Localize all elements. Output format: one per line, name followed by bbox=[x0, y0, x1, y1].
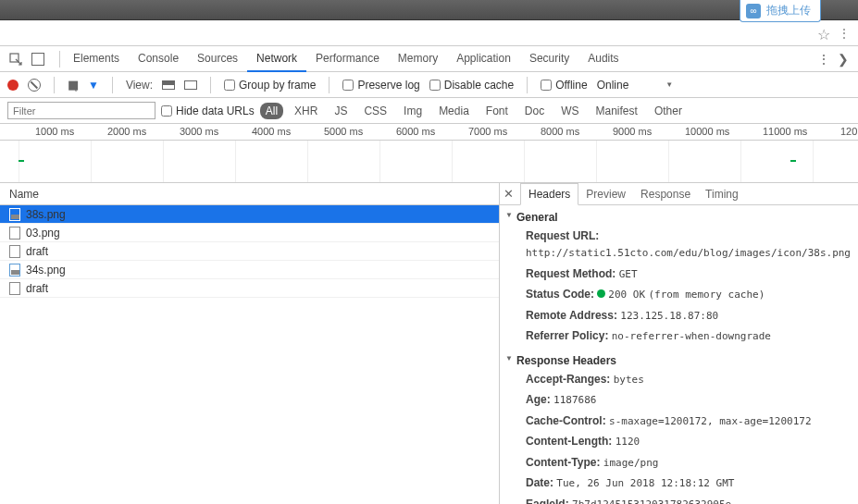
capture-screenshots-icon[interactable]: ■ͅ bbox=[68, 78, 79, 92]
request-list: Name 38s.png 03.png draft 34s.png draft bbox=[0, 183, 500, 504]
file-icon bbox=[9, 282, 20, 295]
request-method: Request Method: GET bbox=[500, 264, 858, 285]
group-by-frame-checkbox[interactable]: Group by frame bbox=[224, 79, 316, 92]
detail-tab-headers[interactable]: Headers bbox=[520, 183, 578, 205]
request-url: Request URL: http://static1.51cto.com/ed… bbox=[500, 226, 858, 264]
filter-input[interactable] bbox=[7, 102, 155, 119]
upload-badge[interactable]: ∞ 拖拽上传 bbox=[740, 0, 821, 22]
tick: 3000 ms bbox=[180, 126, 218, 137]
detail-tab-timing[interactable]: Timing bbox=[698, 184, 746, 204]
separator bbox=[54, 77, 55, 93]
response-header-item: Content-Type: image/png bbox=[500, 452, 858, 473]
preserve-log-checkbox[interactable]: Preserve log bbox=[342, 79, 419, 92]
upload-badge-text: 拖拽上传 bbox=[766, 3, 811, 18]
tick: 10000 ms bbox=[685, 126, 729, 137]
overview-icon[interactable] bbox=[184, 80, 197, 90]
response-header-item: EagleId: 7b7d124515312031782632905e bbox=[500, 494, 858, 505]
referrer-policy: Referrer Policy: no-referrer-when-downgr… bbox=[500, 326, 858, 347]
filter-css[interactable]: CSS bbox=[358, 103, 392, 119]
hide-data-urls-checkbox[interactable]: Hide data URLs bbox=[161, 104, 255, 117]
request-row[interactable]: 03.png bbox=[0, 224, 499, 242]
clear-button[interactable] bbox=[28, 79, 41, 92]
request-row[interactable]: 38s.png bbox=[0, 205, 499, 224]
tab-elements[interactable]: Elements bbox=[64, 46, 129, 72]
general-section[interactable]: General bbox=[500, 209, 858, 226]
inspect-icon[interactable] bbox=[7, 51, 24, 68]
name-column-header[interactable]: Name bbox=[0, 183, 499, 205]
record-button[interactable] bbox=[7, 80, 19, 91]
bookmark-star-icon[interactable]: ☆ bbox=[817, 26, 830, 43]
filter-media[interactable]: Media bbox=[433, 103, 475, 119]
tab-memory[interactable]: Memory bbox=[389, 46, 447, 72]
separator bbox=[112, 77, 113, 93]
filter-img[interactable]: Img bbox=[398, 103, 428, 119]
timeline-ruler[interactable]: 1000 ms 2000 ms 3000 ms 4000 ms 5000 ms … bbox=[0, 124, 858, 141]
request-row[interactable]: 34s.png bbox=[0, 261, 499, 279]
kebab-menu-icon[interactable]: ⋮ bbox=[817, 52, 830, 67]
file-icon bbox=[9, 264, 20, 277]
request-row[interactable]: draft bbox=[0, 242, 499, 261]
devtools-tabs: Elements Console Sources Network Perform… bbox=[0, 46, 858, 72]
response-header-item: Age: 1187686 bbox=[500, 389, 858, 411]
tab-network[interactable]: Network bbox=[247, 46, 306, 72]
tick: 2000 ms bbox=[107, 126, 146, 137]
file-icon bbox=[9, 208, 20, 221]
tick: 8000 ms bbox=[541, 126, 579, 137]
tab-audits[interactable]: Audits bbox=[578, 46, 628, 72]
filter-ws[interactable]: WS bbox=[555, 103, 584, 119]
close-icon[interactable]: ✕ bbox=[504, 187, 514, 201]
tick: 4000 ms bbox=[252, 126, 291, 137]
request-row[interactable]: draft bbox=[0, 279, 499, 298]
response-header-item: Content-Length: 1120 bbox=[500, 431, 858, 452]
large-rows-icon[interactable] bbox=[162, 80, 175, 90]
filter-icon[interactable]: ▼ bbox=[88, 79, 99, 92]
separator bbox=[59, 51, 60, 68]
detail-pane: ✕ Headers Preview Response Timing Genera… bbox=[500, 183, 858, 504]
separator bbox=[329, 77, 330, 93]
separator bbox=[210, 77, 211, 93]
filter-js[interactable]: JS bbox=[329, 103, 353, 119]
main-area: Name 38s.png 03.png draft 34s.png draft … bbox=[0, 183, 858, 504]
disable-cache-checkbox[interactable]: Disable cache bbox=[429, 79, 514, 92]
response-header-item: Cache-Control: s-maxage=1200172, max-age… bbox=[500, 411, 858, 432]
detail-tabs: Headers Preview Response Timing bbox=[500, 183, 858, 205]
detail-tab-response[interactable]: Response bbox=[633, 184, 698, 204]
browser-menu-icon[interactable]: ⋮ bbox=[838, 26, 851, 41]
filter-manifest[interactable]: Manifest bbox=[591, 103, 643, 119]
status-code: Status Code: 200 OK (from memory cache) bbox=[500, 284, 858, 305]
offline-checkbox[interactable]: Offline bbox=[541, 79, 587, 92]
filter-all[interactable]: All bbox=[260, 103, 283, 119]
overview-chart[interactable] bbox=[0, 141, 858, 183]
address-bar-area bbox=[0, 20, 858, 46]
tick: 5000 ms bbox=[324, 126, 363, 137]
filter-doc[interactable]: Doc bbox=[519, 103, 550, 119]
headers-content: General Request URL: http://static1.51ct… bbox=[500, 205, 858, 504]
tab-security[interactable]: Security bbox=[520, 46, 578, 72]
filter-row: Hide data URLs All XHR JS CSS Img Media … bbox=[0, 98, 858, 124]
filter-xhr[interactable]: XHR bbox=[289, 103, 323, 119]
throttling-select[interactable]: Online bbox=[597, 79, 629, 92]
file-icon bbox=[9, 245, 20, 258]
separator bbox=[527, 77, 528, 93]
tab-application[interactable]: Application bbox=[447, 46, 520, 72]
detail-tab-preview[interactable]: Preview bbox=[578, 184, 633, 204]
filter-font[interactable]: Font bbox=[480, 103, 514, 119]
device-toggle-icon[interactable] bbox=[31, 53, 44, 66]
request-mark bbox=[19, 160, 24, 162]
cloud-icon: ∞ bbox=[746, 4, 761, 18]
more-tabs-icon[interactable]: ❯ bbox=[838, 52, 849, 67]
network-toolbar: ■ͅ ▼ View: Group by frame Preserve log D… bbox=[0, 72, 858, 98]
tab-sources[interactable]: Sources bbox=[188, 46, 247, 72]
response-header-item: Date: Tue, 26 Jun 2018 12:18:12 GMT bbox=[500, 473, 858, 494]
request-mark bbox=[790, 160, 796, 162]
browser-chrome bbox=[0, 0, 858, 20]
view-label: View: bbox=[126, 79, 153, 92]
tab-console[interactable]: Console bbox=[129, 46, 188, 72]
remote-address: Remote Address: 123.125.18.87:80 bbox=[500, 305, 858, 326]
filter-other[interactable]: Other bbox=[649, 103, 688, 119]
tick: 7000 ms bbox=[468, 126, 507, 137]
tab-performance[interactable]: Performance bbox=[306, 46, 389, 72]
response-headers-section[interactable]: Response Headers bbox=[500, 352, 858, 369]
tick: 11000 ms bbox=[763, 126, 807, 137]
file-icon bbox=[9, 227, 20, 240]
